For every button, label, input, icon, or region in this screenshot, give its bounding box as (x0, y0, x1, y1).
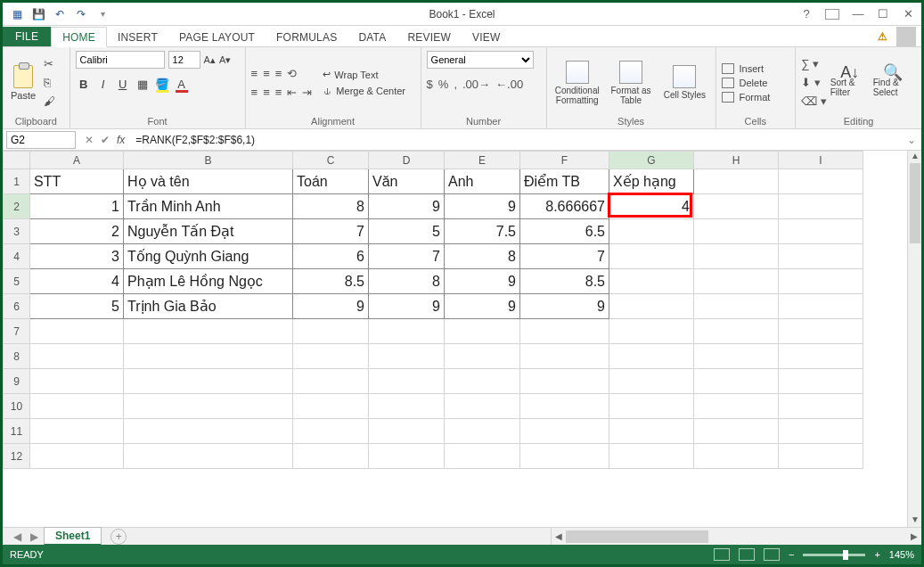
cell[interactable] (124, 319, 293, 344)
cell[interactable] (369, 319, 445, 344)
border-button[interactable]: ▦ (135, 78, 151, 91)
cell[interactable] (124, 344, 293, 369)
row-header[interactable]: 6 (4, 294, 30, 319)
scroll-left-icon[interactable]: ◀ (552, 528, 566, 546)
cell[interactable] (369, 394, 445, 419)
font-size-input[interactable] (168, 51, 200, 69)
cell[interactable] (779, 344, 863, 369)
cell[interactable]: 4 (609, 194, 694, 219)
number-format-select[interactable]: General (427, 51, 534, 69)
cell[interactable] (694, 294, 779, 319)
cell[interactable]: Văn (369, 169, 445, 194)
align-middle-icon[interactable]: ≡ (263, 67, 270, 80)
format-cells-button[interactable]: Format (722, 92, 771, 103)
cell[interactable] (694, 269, 779, 294)
increase-indent-icon[interactable]: ⇥ (302, 86, 312, 99)
cell[interactable] (445, 419, 520, 444)
cell[interactable]: 1 (30, 194, 124, 219)
merge-center-button[interactable]: ⫝Merge & Center (323, 86, 405, 96)
cell[interactable] (124, 369, 293, 394)
autosum-icon[interactable]: ∑ ▾ (801, 57, 827, 70)
cell[interactable]: 9 (520, 294, 609, 319)
cell[interactable]: 4 (30, 269, 124, 294)
cell[interactable]: 8 (293, 194, 369, 219)
cell[interactable] (30, 394, 124, 419)
format-painter-icon[interactable]: 🖌 (44, 94, 55, 108)
scroll-down-icon[interactable]: ▼ (908, 514, 921, 527)
cell[interactable]: Tống Quỳnh Giang (124, 244, 293, 269)
cell[interactable]: 9 (445, 194, 520, 219)
close-icon[interactable]: ✕ (902, 7, 914, 21)
cell[interactable]: 7 (369, 244, 445, 269)
cell[interactable] (520, 394, 609, 419)
cell[interactable]: 9 (369, 294, 445, 319)
cell[interactable] (694, 369, 779, 394)
bold-button[interactable]: B (76, 78, 92, 91)
maximize-icon[interactable]: ☐ (877, 7, 889, 21)
cell[interactable] (609, 219, 694, 244)
cell[interactable]: 3 (30, 244, 124, 269)
minimize-icon[interactable]: — (852, 7, 864, 21)
wrap-text-button[interactable]: ↩Wrap Text (323, 69, 405, 80)
enter-formula-icon[interactable]: ✔ (101, 134, 110, 146)
cell[interactable] (779, 394, 863, 419)
cancel-formula-icon[interactable]: ✕ (85, 134, 94, 146)
column-header[interactable]: B (124, 152, 293, 169)
tab-formulas[interactable]: FORMULAS (266, 28, 348, 46)
sheet-tab[interactable]: Sheet1 (44, 527, 102, 546)
column-header[interactable]: D (369, 152, 445, 169)
sort-filter-button[interactable]: A↓Sort & Filter (830, 68, 870, 97)
comma-format-icon[interactable]: , (454, 78, 457, 91)
cell[interactable]: 7 (520, 244, 609, 269)
row-header[interactable]: 1 (4, 169, 30, 194)
cell[interactable] (520, 344, 609, 369)
cell[interactable] (694, 194, 779, 219)
column-header[interactable]: C (293, 152, 369, 169)
conditional-formatting-button[interactable]: Conditional Formatting (552, 61, 602, 105)
sheet-nav-next-icon[interactable]: ▶ (27, 530, 42, 543)
horizontal-scrollbar[interactable]: ◀ ▶ (551, 528, 921, 545)
help-icon[interactable]: ? (800, 7, 813, 21)
cell[interactable] (520, 419, 609, 444)
row-header[interactable]: 10 (4, 394, 30, 419)
cell[interactable] (30, 344, 124, 369)
cell[interactable] (779, 319, 863, 344)
scroll-up-icon[interactable]: ▲ (908, 151, 921, 163)
row-header[interactable]: 8 (4, 344, 30, 369)
zoom-slider[interactable] (803, 554, 865, 556)
cell[interactable]: 8.5 (293, 269, 369, 294)
percent-format-icon[interactable]: % (438, 78, 449, 91)
cell[interactable] (779, 169, 863, 194)
cell[interactable] (779, 269, 863, 294)
cell[interactable] (609, 294, 694, 319)
cell[interactable]: Nguyễn Tấn Đạt (124, 219, 293, 244)
formula-input[interactable]: =RANK(F2,$F$2:$F$6,1) (130, 134, 902, 146)
cell[interactable] (779, 244, 863, 269)
cell[interactable] (779, 419, 863, 444)
select-all-corner[interactable] (4, 152, 30, 169)
cell[interactable] (609, 269, 694, 294)
cell[interactable] (30, 444, 124, 469)
expand-formula-bar-icon[interactable]: ⌄ (902, 134, 921, 146)
orientation-icon[interactable]: ⟲ (287, 67, 297, 80)
paste-button[interactable]: Paste (8, 65, 38, 101)
fill-color-button[interactable]: 🪣 (154, 78, 170, 91)
cell[interactable] (445, 319, 520, 344)
cell-styles-button[interactable]: Cell Styles (659, 65, 709, 100)
cell[interactable] (694, 394, 779, 419)
row-header[interactable]: 12 (4, 444, 30, 469)
cell[interactable] (293, 344, 369, 369)
cell[interactable]: Trịnh Gia Bảo (124, 294, 293, 319)
align-top-icon[interactable]: ≡ (251, 67, 258, 80)
decrease-decimal-icon[interactable]: ←.00 (495, 78, 523, 91)
clear-icon[interactable]: ⌫ ▾ (801, 94, 827, 108)
scroll-right-icon[interactable]: ▶ (907, 528, 921, 546)
row-header[interactable]: 4 (4, 244, 30, 269)
cell[interactable] (609, 444, 694, 469)
fill-icon[interactable]: ⬇ ▾ (801, 76, 827, 89)
cell[interactable] (293, 444, 369, 469)
cell[interactable]: Trần Minh Anh (124, 194, 293, 219)
ribbon-options-icon[interactable] (825, 9, 839, 20)
vertical-scroll-thumb[interactable] (910, 163, 920, 243)
qat-customize-icon[interactable]: ▾ (95, 7, 110, 21)
